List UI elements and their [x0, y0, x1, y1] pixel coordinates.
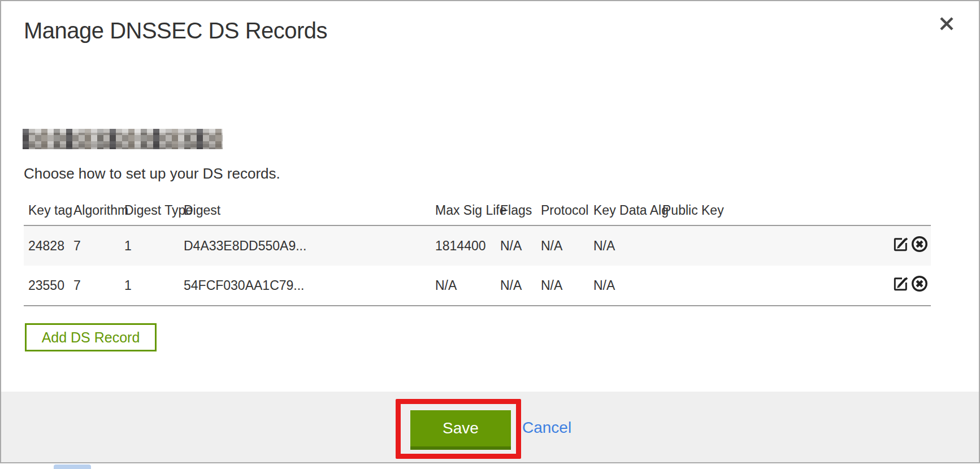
cell-public-key — [658, 225, 883, 266]
instruction-text: Choose how to set up your DS records. — [24, 165, 280, 183]
edit-icon — [892, 275, 910, 294]
cell-protocol: N/A — [536, 225, 589, 266]
cell-algorithm: 7 — [69, 225, 120, 266]
delete-icon — [910, 235, 929, 255]
cell-public-key — [658, 266, 883, 306]
cell-digest-type: 1 — [120, 225, 179, 266]
cell-flags: N/A — [496, 266, 536, 306]
screenshot-stage: Manage DNSSEC DS Records Choose how to s… — [0, 0, 980, 469]
table-row: 24828 7 1 D4A33E8DD550A9... 1814400 N/A … — [24, 225, 931, 266]
cell-actions — [883, 225, 931, 266]
edit-record-button[interactable] — [892, 235, 910, 255]
cell-digest-type: 1 — [120, 266, 179, 306]
dialog-footer: Save Cancel — [1, 392, 979, 462]
col-header-max-sig-life: Max Sig Life — [431, 196, 496, 225]
cell-actions — [883, 266, 931, 306]
cancel-link[interactable]: Cancel — [522, 419, 571, 437]
cell-digest: 54FCF030AA1C79... — [179, 266, 431, 306]
background-page-artifact — [54, 464, 91, 469]
close-icon — [938, 15, 955, 34]
col-header-digest-type: Digest Type — [120, 196, 179, 225]
delete-icon — [910, 275, 929, 294]
cell-key-data-alg: N/A — [589, 266, 658, 306]
page-title: Manage DNSSEC DS Records — [24, 18, 327, 44]
cell-max-sig-life: N/A — [431, 266, 496, 306]
ds-records-table: Key tag Algorithm Digest Type Digest Max… — [24, 196, 931, 306]
manage-dnssec-dialog: Manage DNSSEC DS Records Choose how to s… — [0, 0, 980, 463]
col-header-public-key: Public Key — [658, 196, 883, 225]
cell-digest: D4A33E8DD550A9... — [179, 225, 431, 266]
table-row: 23550 7 1 54FCF030AA1C79... N/A N/A N/A … — [24, 266, 931, 306]
edit-icon — [892, 235, 910, 255]
table-header-row: Key tag Algorithm Digest Type Digest Max… — [24, 196, 931, 225]
col-header-flags: Flags — [496, 196, 536, 225]
col-header-actions — [883, 196, 931, 225]
col-header-protocol: Protocol — [536, 196, 589, 225]
redacted-domain-name — [23, 129, 223, 149]
col-header-key-data-alg: Key Data Alg — [589, 196, 658, 225]
page-behind-dialog — [0, 463, 980, 469]
save-button[interactable]: Save — [410, 410, 511, 450]
cell-protocol: N/A — [536, 266, 589, 306]
cell-key-data-alg: N/A — [589, 225, 658, 266]
cell-max-sig-life: 1814400 — [431, 225, 496, 266]
delete-record-button[interactable] — [910, 275, 929, 294]
col-header-digest: Digest — [179, 196, 431, 225]
col-header-algorithm: Algorithm — [69, 196, 120, 225]
cell-key-tag: 23550 — [24, 266, 69, 306]
col-header-key-tag: Key tag — [24, 196, 69, 225]
edit-record-button[interactable] — [892, 275, 910, 294]
cell-key-tag: 24828 — [24, 225, 69, 266]
cell-flags: N/A — [496, 225, 536, 266]
delete-record-button[interactable] — [910, 235, 929, 255]
close-button[interactable] — [937, 15, 956, 34]
cell-algorithm: 7 — [69, 266, 120, 306]
add-ds-record-button[interactable]: Add DS Record — [25, 323, 157, 351]
